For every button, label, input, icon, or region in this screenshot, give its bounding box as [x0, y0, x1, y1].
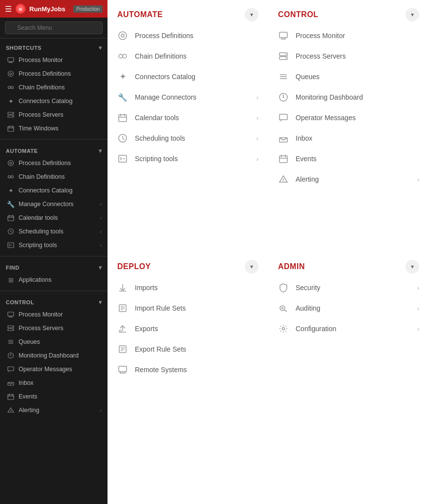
ctrl-panel-item-alerting[interactable]: Alerting ›: [268, 169, 429, 189]
sidebar-item-applications[interactable]: ⊞ Applications: [0, 273, 107, 287]
sidebar-label: Events: [19, 393, 37, 400]
panel-label: Operator Messages: [296, 114, 356, 122]
ctrl-panel-item-events[interactable]: Events: [268, 148, 429, 169]
automate-header[interactable]: AUTOMATE ▾: [0, 146, 107, 156]
svg-rect-35: [8, 312, 14, 316]
sidebar-item-time-windows[interactable]: Time Windows: [0, 122, 107, 135]
svg-point-61: [123, 54, 127, 58]
sidebar-item-process-servers[interactable]: Process Servers: [0, 108, 107, 122]
deploy-panel-item-exports[interactable]: Exports: [107, 318, 268, 339]
divider-3: [0, 291, 107, 291]
deploy-toggle[interactable]: ▾: [245, 260, 258, 273]
automate-panel-header: AUTOMATE ▾: [107, 0, 268, 25]
sidebar-label: Process Monitor: [19, 57, 63, 63]
panel-item-sched-tools[interactable]: Scheduling tools ›: [107, 128, 268, 148]
shield-icon: [278, 282, 289, 293]
deploy-panel-item-imports[interactable]: Imports: [107, 277, 268, 298]
search-input[interactable]: [5, 21, 103, 34]
ctrl-panel-item-op-messages[interactable]: Operator Messages: [268, 107, 429, 128]
panel-label: Configuration: [296, 325, 336, 333]
sidebar-label: Alerting: [19, 407, 39, 414]
sidebar-item-events[interactable]: Events: [0, 390, 107, 403]
sidebar-item-manage-connectors[interactable]: 🔧 Manage Connectors ›: [0, 197, 107, 211]
sidebar-item-inbox[interactable]: Inbox: [0, 376, 107, 390]
code-icon: [7, 241, 15, 249]
svg-line-72: [120, 159, 122, 160]
ctrl-panel-item-inbox[interactable]: Inbox: [268, 128, 429, 148]
sidebar-item-scripting-tools[interactable]: Scripting tools ›: [0, 238, 107, 252]
ctrl-panel-item-proc-servers[interactable]: Process Servers: [268, 46, 429, 66]
ctrl-panel-item-queues[interactable]: Queues: [268, 66, 429, 87]
svg-point-86: [283, 97, 284, 98]
panel-label: Events: [296, 155, 317, 163]
panel-item-cal-tools[interactable]: Calendar tools ›: [107, 107, 268, 128]
panel-calendar-icon: [117, 112, 128, 123]
automate-section: AUTOMATE ▾ Process Definitions Chain Def…: [0, 142, 107, 254]
brand-logo: R: [16, 4, 25, 14]
deploy-panel-item-import-rules[interactable]: Import Rule Sets: [107, 298, 268, 318]
sidebar-item-alerting[interactable]: Alerting ›: [0, 403, 107, 417]
panel-chevron: ›: [417, 284, 419, 292]
sidebar-label: Connectors Catalog: [19, 98, 72, 105]
sidebar-item-chain-defs-2[interactable]: Chain Definitions: [0, 170, 107, 184]
sidebar-item-process-servers-ctrl[interactable]: Process Servers: [0, 321, 107, 335]
svg-line-33: [9, 245, 10, 246]
automate-toggle[interactable]: ▾: [245, 8, 258, 21]
automate-label: AUTOMATE: [6, 148, 38, 154]
panel-item-chain-defs[interactable]: Chain Definitions: [107, 46, 268, 66]
hamburger-icon[interactable]: ☰: [5, 4, 12, 14]
admin-panel-item-auditing[interactable]: Auditing ›: [268, 298, 429, 318]
ctrl-dashboard-icon: [278, 92, 289, 103]
sidebar-item-queues[interactable]: Queues: [0, 335, 107, 349]
find-header[interactable]: FIND ▾: [0, 262, 107, 273]
panel-item-connectors-cat[interactable]: ✦ Connectors Catalog: [107, 66, 268, 87]
admin-panel-item-security[interactable]: Security ›: [268, 277, 429, 298]
panel-label: Import Rule Sets: [135, 304, 186, 312]
sidebar-item-operator-messages[interactable]: Operator Messages: [0, 362, 107, 376]
env-badge: Production: [73, 5, 103, 13]
deploy-panel-item-remote-systems[interactable]: Remote Systems: [107, 359, 268, 380]
control-label: CONTROL: [6, 299, 34, 305]
sidebar-item-process-defs-2[interactable]: Process Definitions: [0, 156, 107, 170]
ctrl-panel-item-proc-monitor[interactable]: Process Monitor: [268, 25, 429, 46]
panel-chevron: ›: [257, 114, 258, 122]
sidebar-item-chain-definitions[interactable]: Chain Definitions: [0, 81, 107, 94]
panel-item-process-defs[interactable]: Process Definitions: [107, 25, 268, 46]
svg-line-30: [11, 231, 12, 232]
scheduling-tools-chevron: ›: [100, 229, 102, 234]
sidebar-item-monitoring-dashboard[interactable]: Monitoring Dashboard: [0, 349, 107, 362]
sidebar-label: Manage Connectors: [19, 201, 74, 208]
svg-text:R: R: [19, 7, 22, 12]
sidebar-item-process-monitor-ctrl[interactable]: Process Monitor: [0, 308, 107, 321]
svg-point-59: [121, 34, 124, 37]
shortcuts-section: SHORTCUTS ▾ Process Monitor Process Defi…: [0, 39, 107, 137]
sidebar-item-calendar-tools[interactable]: Calendar tools ›: [0, 211, 107, 225]
calendar-small-icon: [7, 125, 15, 132]
sidebar-item-scheduling-tools[interactable]: Scheduling tools ›: [0, 225, 107, 238]
sidebar-item-process-definitions[interactable]: Process Definitions: [0, 67, 107, 81]
monitor-icon-ctrl: [7, 311, 15, 318]
ctrl-message-icon: [278, 112, 289, 123]
svg-point-22: [11, 176, 14, 178]
sidebar-item-connectors-2[interactable]: ✦ Connectors Catalog: [0, 184, 107, 197]
apps-icon: ⊞: [7, 276, 15, 284]
admin-panel: ADMIN ▾ Security › Auditing › Configurat…: [268, 252, 429, 504]
sidebar-label: Scheduling tools: [19, 228, 64, 235]
panel-item-script-tools[interactable]: Scripting tools ›: [107, 148, 268, 169]
find-chevron: ▾: [99, 264, 102, 271]
sidebar-label: Operator Messages: [19, 366, 72, 373]
control-toggle[interactable]: ▾: [406, 8, 419, 21]
svg-point-6: [8, 71, 14, 77]
sidebar-item-connectors-catalog[interactable]: ✦ Connectors Catalog: [0, 94, 107, 108]
deploy-panel-item-export-rules[interactable]: Export Rule Sets: [107, 339, 268, 359]
shortcuts-chevron: ▾: [99, 44, 102, 51]
control-header[interactable]: CONTROL ▾: [0, 297, 107, 308]
ctrl-alert-icon: [278, 174, 289, 185]
sidebar-item-process-monitor[interactable]: Process Monitor: [0, 53, 107, 67]
panel-item-manage-conn[interactable]: 🔧 Manage Connectors ›: [107, 87, 268, 107]
ctrl-panel-item-monitoring[interactable]: Monitoring Dashboard: [268, 87, 429, 107]
shortcuts-header[interactable]: SHORTCUTS ▾: [0, 42, 107, 53]
sidebar-label: Process Monitor: [19, 311, 63, 318]
admin-toggle[interactable]: ▾: [406, 260, 419, 273]
admin-panel-item-configuration[interactable]: Configuration ›: [268, 318, 429, 339]
